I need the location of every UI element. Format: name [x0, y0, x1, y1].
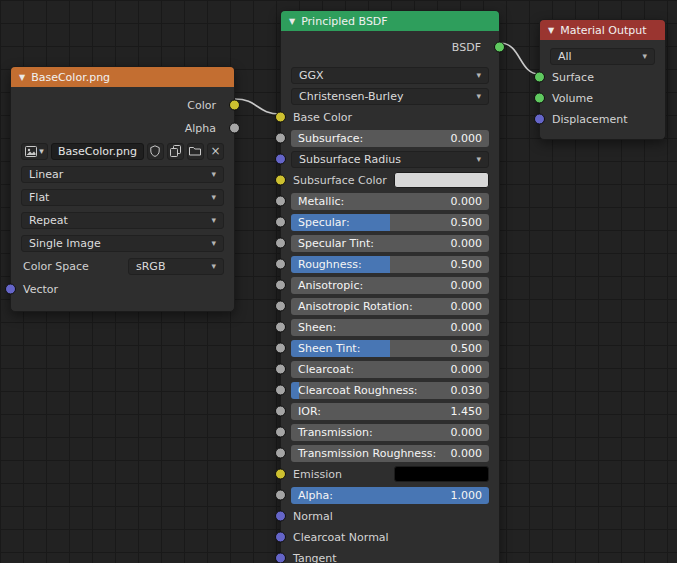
interpolation-value: Linear — [29, 168, 63, 181]
tangent-socket[interactable] — [275, 553, 286, 563]
transmission-roughness-row: Transmission Roughness: 0.000 — [291, 444, 489, 462]
ior-socket[interactable] — [275, 406, 286, 417]
copy-icon — [170, 145, 181, 157]
subsurface-color-label: Subsurface Color — [291, 174, 394, 187]
sheen-slider[interactable]: Sheen: 0.000 — [291, 319, 489, 336]
normal-socket[interactable] — [275, 511, 286, 522]
image-icon — [25, 146, 37, 157]
specular-row: Specular: 0.500 — [291, 213, 489, 231]
image-name-field[interactable]: BaseColor.png — [51, 143, 144, 160]
roughness-socket[interactable] — [275, 259, 286, 270]
base-color-socket[interactable] — [275, 112, 286, 123]
new-image-button[interactable] — [167, 143, 184, 160]
specular-tint-socket[interactable] — [275, 238, 286, 249]
metallic-slider[interactable]: Metallic: 0.000 — [291, 193, 489, 210]
subsurface-socket[interactable] — [275, 133, 286, 144]
alpha-output-socket[interactable] — [229, 123, 240, 134]
alpha-output-label: Alpha — [185, 122, 216, 135]
emission-socket[interactable] — [275, 469, 286, 480]
chevron-down-icon: ▾ — [476, 91, 481, 101]
subsurface-method-dropdown[interactable]: Christensen-Burley ▾ — [291, 88, 489, 105]
anisotropic-rotation-row: Anisotropic Rotation: 0.000 — [291, 297, 489, 315]
bsdf-output-socket[interactable] — [494, 42, 505, 53]
sheen-socket[interactable] — [275, 322, 286, 333]
chevron-down-icon: ▾ — [642, 51, 647, 61]
open-image-button[interactable] — [187, 143, 204, 160]
transmission-slider[interactable]: Transmission: 0.000 — [291, 424, 489, 441]
projection-dropdown[interactable]: Flat ▾ — [21, 189, 224, 206]
clearcoat-roughness-slider[interactable]: Clearcoat Roughness: 0.030 — [291, 382, 489, 399]
node-editor-canvas[interactable]: ▼ BaseColor.png Color Alpha ▾ — [0, 0, 677, 563]
output-node-header[interactable]: ▼ Material Output — [540, 20, 665, 40]
principled-bsdf-node[interactable]: ▼ Principled BSDF BSDF GGX ▾ Christensen… — [280, 10, 500, 563]
clearcoat-roughness-socket[interactable] — [275, 385, 286, 396]
subsurface-radius-row: Subsurface Radius ▾ — [291, 150, 489, 168]
subsurface-radius-socket[interactable] — [275, 154, 286, 165]
target-dropdown[interactable]: All ▾ — [550, 48, 655, 65]
surface-input-label: Surface — [550, 71, 594, 84]
color-output-socket[interactable] — [229, 100, 240, 111]
chevron-down-icon: ▾ — [211, 215, 216, 225]
subsurface-slider[interactable]: Subsurface: 0.000 — [291, 130, 489, 147]
ior-value: 1.450 — [451, 405, 483, 418]
metallic-socket[interactable] — [275, 196, 286, 207]
source-dropdown[interactable]: Single Image ▾ — [21, 235, 224, 252]
material-output-node[interactable]: ▼ Material Output All ▾ Surface Volume D… — [539, 19, 666, 140]
volume-input-socket[interactable] — [534, 93, 545, 104]
source-row: Single Image ▾ — [21, 234, 224, 252]
transmission-socket[interactable] — [275, 427, 286, 438]
image-type-menu[interactable]: ▾ — [21, 143, 48, 160]
normal-label: Normal — [291, 510, 333, 523]
anisotropic-rotation-slider[interactable]: Anisotropic Rotation: 0.000 — [291, 298, 489, 315]
roughness-slider[interactable]: Roughness: 0.500 — [291, 256, 489, 273]
anisotropic-slider[interactable]: Anisotropic: 0.000 — [291, 277, 489, 294]
transmission-value: 0.000 — [451, 426, 483, 439]
anisotropic-value: 0.000 — [451, 279, 483, 292]
distribution-dropdown[interactable]: GGX ▾ — [291, 67, 489, 84]
image-node-header[interactable]: ▼ BaseColor.png — [11, 67, 234, 87]
surface-input-socket[interactable] — [534, 72, 545, 83]
sheen-tint-slider[interactable]: Sheen Tint: 0.500 — [291, 340, 489, 357]
interpolation-dropdown[interactable]: Linear ▾ — [21, 166, 224, 183]
alpha-row: Alpha: 1.000 — [291, 486, 489, 504]
unlink-button[interactable]: × — [207, 143, 224, 160]
displacement-input-label: Displacement — [550, 113, 628, 126]
clearcoat-socket[interactable] — [275, 364, 286, 375]
collapse-icon[interactable]: ▼ — [19, 73, 25, 82]
color-space-row: Color Space sRGB ▾ — [21, 257, 224, 275]
vector-input-socket[interactable] — [5, 284, 16, 295]
collapse-icon[interactable]: ▼ — [289, 17, 295, 26]
transmission-roughness-slider[interactable]: Transmission Roughness: 0.000 — [291, 445, 489, 462]
sheen-tint-value: 0.500 — [451, 342, 483, 355]
alpha-slider[interactable]: Alpha: 1.000 — [291, 487, 489, 504]
ior-slider[interactable]: IOR: 1.450 — [291, 403, 489, 420]
clearcoat-normal-socket[interactable] — [275, 532, 286, 543]
alpha-socket[interactable] — [275, 490, 286, 501]
anisotropic-rotation-socket[interactable] — [275, 301, 286, 312]
transmission-roughness-value: 0.000 — [451, 447, 483, 460]
interpolation-row: Linear ▾ — [21, 165, 224, 183]
clearcoat-slider[interactable]: Clearcoat: 0.000 — [291, 361, 489, 378]
subsurface-color-socket[interactable] — [275, 175, 286, 186]
color-space-dropdown[interactable]: sRGB ▾ — [128, 258, 224, 275]
volume-input-row: Volume — [550, 89, 655, 107]
bsdf-node-header[interactable]: ▼ Principled BSDF — [281, 11, 499, 31]
extension-dropdown[interactable]: Repeat ▾ — [21, 212, 224, 229]
base-color-row: Base Color — [291, 108, 489, 126]
emission-color-swatch[interactable] — [394, 466, 489, 482]
chevron-down-icon: ▾ — [476, 154, 481, 164]
specular-slider[interactable]: Specular: 0.500 — [291, 214, 489, 231]
displacement-input-socket[interactable] — [534, 114, 545, 125]
sheen-tint-socket[interactable] — [275, 343, 286, 354]
anisotropic-rotation-label: Anisotropic Rotation: — [298, 300, 413, 313]
image-texture-node[interactable]: ▼ BaseColor.png Color Alpha ▾ — [10, 66, 235, 312]
specular-socket[interactable] — [275, 217, 286, 228]
subsurface-radius-collapsed[interactable]: Subsurface Radius ▾ — [291, 151, 489, 168]
collapse-icon[interactable]: ▼ — [548, 26, 554, 35]
anisotropic-socket[interactable] — [275, 280, 286, 291]
clearcoat-normal-row: Clearcoat Normal — [291, 528, 489, 546]
subsurface-color-swatch[interactable] — [394, 172, 489, 188]
specular-tint-slider[interactable]: Specular Tint: 0.000 — [291, 235, 489, 252]
transmission-roughness-socket[interactable] — [275, 448, 286, 459]
fake-user-button[interactable] — [147, 143, 164, 160]
